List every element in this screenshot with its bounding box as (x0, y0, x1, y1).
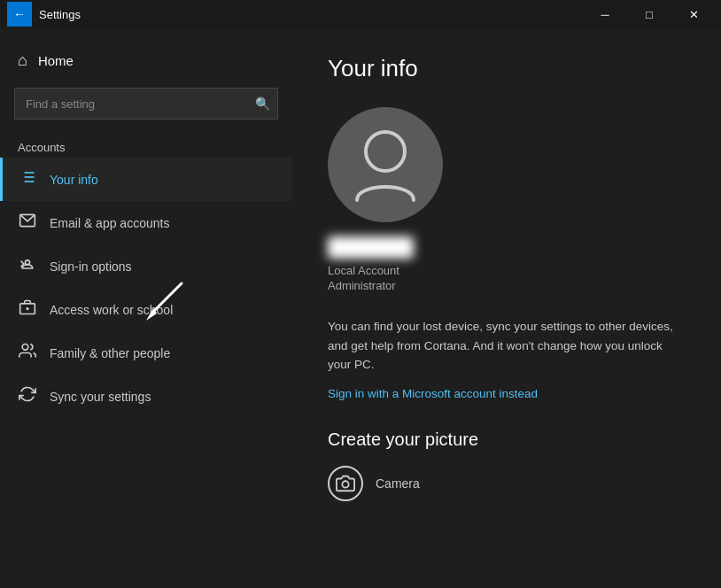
sign-in-icon (18, 255, 37, 277)
app-container: ⌂ Home 🔍 Accounts Your info Email & app … (0, 28, 721, 588)
accounts-section-label: Accounts (0, 134, 292, 158)
sidebar: ⌂ Home 🔍 Accounts Your info Email & app … (0, 28, 292, 588)
maximize-button[interactable]: □ (629, 0, 670, 28)
sidebar-item-family[interactable]: Family & other people (0, 331, 292, 375)
search-container: 🔍 (0, 79, 292, 134)
search-icon-button[interactable]: 🔍 (255, 97, 270, 111)
profile-section: LocalUser Local Account Administrator (328, 107, 686, 292)
email-app-icon (18, 212, 37, 234)
sidebar-item-sync[interactable]: Sync your settings (0, 375, 292, 418)
account-local: Local Account (328, 264, 399, 277)
family-icon (18, 342, 37, 364)
account-admin: Administrator (328, 279, 396, 292)
sidebar-item-work-school[interactable]: Access work or school (0, 288, 292, 331)
back-button[interactable]: ← (7, 2, 32, 27)
sign-in-label: Sign-in options (50, 259, 132, 274)
title-bar-left: ← Settings (7, 2, 81, 27)
close-button[interactable]: ✕ (673, 0, 714, 28)
sidebar-item-your-info[interactable]: Your info (0, 158, 292, 201)
family-label: Family & other people (50, 346, 170, 360)
home-icon: ⌂ (18, 51, 27, 70)
work-school-label: Access work or school (50, 303, 173, 317)
minimize-button[interactable]: ─ (585, 0, 625, 28)
camera-icon (328, 466, 363, 501)
sidebar-item-sign-in[interactable]: Sign-in options (0, 244, 292, 288)
sync-label: Sync your settings (50, 390, 151, 404)
ms-account-link[interactable]: Sign in with a Microsoft account instead (328, 387, 538, 400)
avatar (328, 107, 443, 222)
svg-point-13 (342, 481, 348, 487)
avatar-icon (350, 125, 421, 205)
search-input[interactable] (26, 97, 270, 111)
main-content: Your info LocalUser Local Account Admini… (292, 28, 721, 588)
nav-items: Your info Email & app accounts Sign-in o… (0, 158, 292, 418)
title-bar: ← Settings ─ □ ✕ (0, 0, 721, 28)
username: LocalUser (328, 236, 414, 259)
camera-item[interactable]: Camera (328, 466, 686, 501)
camera-label: Camera (376, 476, 420, 491)
create-picture-title: Create your picture (328, 429, 686, 450)
sidebar-item-email-app[interactable]: Email & app accounts (0, 201, 292, 244)
home-label: Home (38, 53, 74, 68)
email-app-label: Email & app accounts (50, 216, 169, 230)
search-box[interactable]: 🔍 (14, 88, 278, 120)
svg-point-12 (366, 132, 405, 171)
window-controls: ─ □ ✕ (585, 0, 714, 28)
work-school-icon (18, 298, 37, 321)
info-text: You can find your lost device, sync your… (328, 317, 686, 375)
svg-point-11 (22, 344, 28, 351)
your-info-label: Your info (50, 173, 98, 187)
page-title: Your info (328, 55, 686, 82)
sidebar-home[interactable]: ⌂ Home (0, 43, 292, 79)
app-title: Settings (39, 8, 81, 21)
sync-icon (18, 385, 37, 407)
your-info-icon (18, 168, 37, 190)
